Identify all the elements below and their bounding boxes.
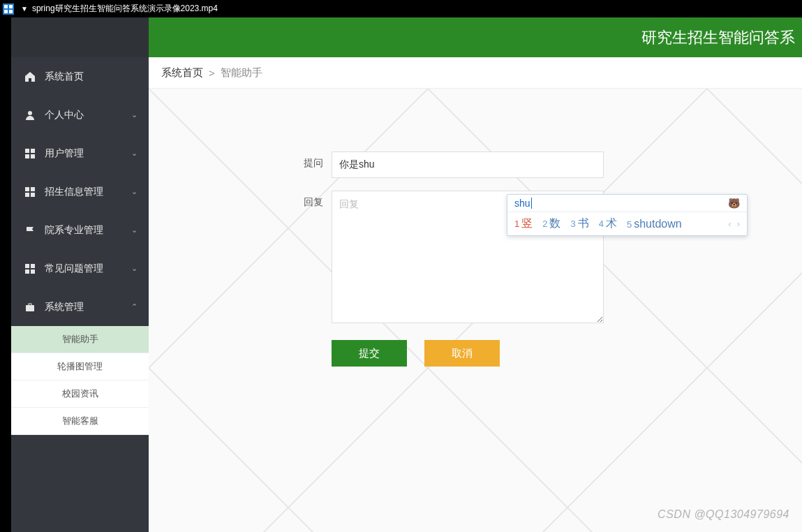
grid-icon [24,187,36,197]
svg-rect-12 [31,193,35,197]
svg-rect-14 [31,264,35,268]
question-input[interactable] [332,152,604,178]
ime-typed-text: shu [514,198,532,209]
sidebar-item-label: 招生信息管理 [45,186,103,198]
svg-rect-1 [9,5,13,8]
svg-rect-2 [4,10,8,13]
grid-icon [24,264,36,274]
sidebar-item-system[interactable]: 系统管理 ⌃ [11,288,149,326]
sidebar-item-faq[interactable]: 常见问题管理 ⌄ [11,249,149,288]
sidebar-item-users[interactable]: 用户管理 ⌄ [11,134,149,172]
sidebar-item-personal[interactable]: 个人中心 ⌄ [11,96,149,134]
sidebar-item-home[interactable]: 系统首页 [11,57,149,96]
submenu-item-news[interactable]: 校园资讯 [11,380,149,408]
user-icon [24,110,36,121]
svg-rect-15 [25,269,29,274]
sidebar-submenu: 智能助手 轮播图管理 校园资讯 智能客服 [11,326,149,435]
svg-point-4 [28,111,32,115]
sidebar-item-label: 常见问题管理 [45,263,103,275]
breadcrumb-root[interactable]: 系统首页 [161,66,203,80]
svg-rect-8 [31,154,35,158]
briefcase-icon [24,302,36,312]
chevron-down-icon: ⌄ [131,187,138,196]
home-icon [24,71,36,82]
flag-icon [24,226,36,235]
app-icon [3,3,14,15]
header-title: 研究生招生智能问答系 [641,27,795,48]
question-label: 提问 [288,152,323,178]
sidebar-item-label: 个人中心 [45,109,84,121]
svg-rect-18 [29,304,31,306]
chevron-up-icon: ⌃ [131,302,138,311]
ime-candidate-5[interactable]: 5shutdown [627,218,682,230]
ime-logo-icon: 🐻 [728,198,740,209]
page-header: 研究生招生智能问答系 [149,17,802,57]
submit-button[interactable]: 提交 [332,340,407,367]
svg-rect-7 [25,154,29,158]
svg-rect-0 [4,5,8,8]
window-title: spring研究生招生智能问答系统演示录像2023.mp4 [32,3,218,15]
sidebar-item-label: 用户管理 [45,147,84,160]
svg-rect-9 [25,187,29,191]
ime-next-icon[interactable]: › [737,219,740,229]
breadcrumb-separator: > [209,67,215,79]
ime-candidate-4[interactable]: 4术 [599,216,617,231]
ime-popup: shu 🐻 1竖 2数 3书 4术 5shutdown ‹ › [507,194,748,236]
grid-icon [24,149,36,158]
chevron-down-icon: ⌄ [131,149,138,158]
submenu-item-service[interactable]: 智能客服 [11,408,149,435]
ime-candidates: 1竖 2数 3书 4术 5shutdown ‹ › [507,212,747,235]
answer-label: 回复 [288,191,323,326]
watermark: CSDN @QQ1304979694 [658,508,789,521]
sidebar-logo-area [11,17,149,57]
chevron-down-icon: ⌄ [131,110,138,119]
main-area: 研究生招生智能问答系 系统首页 > 智能助手 提问 回复 提交 取消 [149,17,802,532]
sidebar-item-label: 系统首页 [45,71,84,83]
breadcrumb: 系统首页 > 智能助手 [149,57,802,89]
titlebar-dropdown-icon[interactable]: ▼ [21,5,28,13]
svg-rect-16 [31,269,35,274]
svg-rect-3 [9,10,13,13]
cancel-button[interactable]: 取消 [424,340,500,367]
submenu-item-carousel[interactable]: 轮播图管理 [11,353,149,380]
svg-rect-5 [25,149,29,153]
svg-rect-11 [25,193,29,197]
window-titlebar: ▼ spring研究生招生智能问答系统演示录像2023.mp4 [0,0,802,17]
sidebar-item-label: 系统管理 [45,301,84,313]
sidebar-item-admission[interactable]: 招生信息管理 ⌄ [11,172,149,211]
content-area: 提问 回复 提交 取消 [149,89,802,532]
sidebar-item-departments[interactable]: 院系专业管理 ⌄ [11,211,149,249]
ime-candidate-3[interactable]: 3书 [570,216,588,231]
sidebar: 系统首页 个人中心 ⌄ 用户管理 ⌄ 招生信息管理 ⌄ 院系专业管理 ⌄ 常见问… [11,17,149,532]
breadcrumb-current: 智能助手 [221,66,262,80]
sidebar-item-label: 院系专业管理 [45,224,103,237]
submenu-item-assistant[interactable]: 智能助手 [11,326,149,353]
svg-rect-13 [25,264,29,268]
chevron-down-icon: ⌄ [131,226,138,235]
ime-candidate-2[interactable]: 2数 [542,216,560,231]
chevron-down-icon: ⌄ [131,264,138,273]
ime-prev-icon[interactable]: ‹ [728,219,731,229]
ime-candidate-1[interactable]: 1竖 [514,216,533,231]
svg-rect-6 [31,149,35,153]
svg-rect-10 [31,187,35,191]
